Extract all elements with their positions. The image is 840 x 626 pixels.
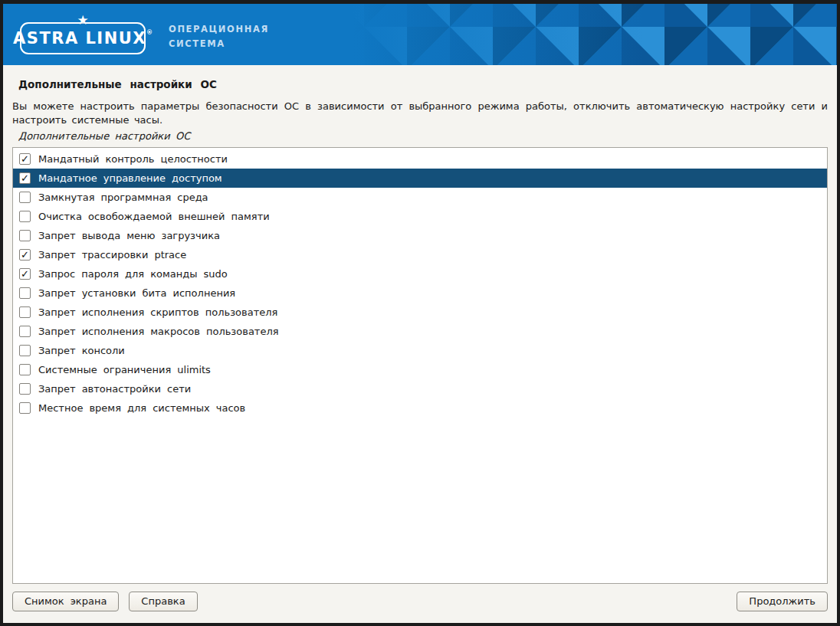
option-label: Запрет консоли [38,345,125,356]
option-label: Замкнутая программная среда [38,192,208,203]
list-item[interactable]: Запрет консоли [13,341,827,360]
checkbox-icon[interactable] [19,192,31,203]
checkbox-icon[interactable] [19,230,31,241]
checkbox-icon[interactable] [19,345,31,356]
option-label: Запрет автонастройки сети [38,383,191,395]
option-label: Мандатный контроль целостности [38,153,228,165]
option-label: Системные ограничения ulimits [38,364,211,375]
registered-mark: ® [146,29,153,36]
checkbox-icon[interactable]: ✓ [19,172,31,184]
options-list: ✓ Мандатный контроль целостности ✓ Манда… [12,147,828,584]
option-label: Очистка освобождаемой внешней памяти [38,211,270,222]
page-title: Дополнительные настройки ОС [18,78,828,90]
option-label: Запрос пароля для команды sudo [38,268,228,280]
option-label: Мандатное управление доступом [38,172,222,184]
option-label: Запрет вывода меню загрузчика [38,230,220,241]
main-content: Дополнительные настройки ОС Вы можете на… [3,65,837,584]
section-label: Дополнительные настройки ОС [18,130,828,142]
checkbox-icon[interactable] [19,211,31,222]
continue-button[interactable]: Продолжить [737,592,828,611]
astra-linux-logo: ★ ASTRA LINUX® [20,22,146,54]
logo-wordmark: ASTRA LINUX [13,29,146,48]
option-label: Запрет исполнения скриптов пользователя [38,306,277,318]
checkbox-icon[interactable] [19,383,31,395]
option-label: Запрет трассировки ptrace [38,249,186,261]
list-item[interactable]: Запрет установки бита исполнения [13,284,827,303]
checkbox-icon[interactable]: ✓ [19,153,31,165]
logo-text: ASTRA LINUX® [13,29,153,48]
installer-window: ★ ASTRA LINUX® ОПЕРАЦИОННАЯ СИСТЕМА Допо… [0,0,840,626]
list-item[interactable]: Запрет исполнения макросов пользователя [13,322,827,341]
list-item[interactable]: Очистка освобождаемой внешней памяти [13,207,827,226]
footer-bar: Снимок экрана Справка Продолжить [3,584,837,623]
list-item[interactable]: ✓ Мандатный контроль целостности [13,149,827,169]
tagline-line2: СИСТЕМА [169,37,269,51]
list-item[interactable]: ✓ Запрет трассировки ptrace [13,245,827,264]
screenshot-button[interactable]: Снимок экрана [12,592,119,611]
list-item[interactable]: Местное время для системных часов [13,398,827,418]
checkbox-icon[interactable]: ✓ [19,268,31,280]
star-icon: ★ [77,14,88,27]
header-pattern-fade [353,4,837,65]
checkbox-icon[interactable]: ✓ [19,249,31,261]
tagline-line1: ОПЕРАЦИОННАЯ [169,22,269,37]
logo-tagline: ОПЕРАЦИОННАЯ СИСТЕМА [169,22,269,51]
option-label: Местное время для системных часов [38,402,245,414]
checkbox-icon[interactable] [19,306,31,318]
list-item[interactable]: ✓ Мандатное управление доступом [13,169,827,188]
list-item[interactable]: ✓ Запрос пароля для команды sudo [13,264,827,284]
checkbox-icon[interactable] [19,364,31,375]
help-button[interactable]: Справка [129,592,197,611]
checkbox-icon[interactable] [19,402,31,414]
list-item[interactable]: Запрет исполнения скриптов пользователя [13,303,827,322]
checkbox-icon[interactable] [19,287,31,299]
list-item[interactable]: Запрет автонастройки сети [13,379,827,398]
list-item[interactable]: Замкнутая программная среда [13,188,827,207]
page-description: Вы можете настроить параметры безопаснос… [12,100,828,126]
option-label: Запрет исполнения макросов пользователя [38,326,279,337]
list-item[interactable]: Запрет вывода меню загрузчика [13,226,827,245]
header-banner: ★ ASTRA LINUX® ОПЕРАЦИОННАЯ СИСТЕМА [3,4,837,65]
checkbox-icon[interactable] [19,326,31,337]
option-label: Запрет установки бита исполнения [38,287,235,299]
list-item[interactable]: Системные ограничения ulimits [13,360,827,379]
